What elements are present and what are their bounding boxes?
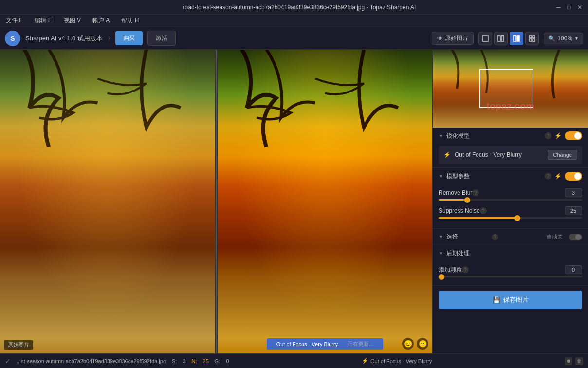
activate-button[interactable]: 激活 <box>147 31 176 46</box>
status-model-info: ⚡ Out of Focus - Very Blurry <box>235 358 559 364</box>
suppress-noise-label: Suppress Noise <box>439 207 480 214</box>
select-header[interactable]: ▼ 选择 ? 自动关 <box>433 229 588 245</box>
select-title: 选择 <box>446 233 489 241</box>
image-area: 原始图片 Out of Focus - Ver <box>0 50 432 353</box>
original-image: 原始图片 <box>0 50 215 353</box>
params-help-icon[interactable]: ? <box>545 173 551 180</box>
zoom-icon: 🔍 <box>548 35 555 42</box>
sharpen-model-title: 锐化模型 <box>446 132 542 140</box>
menu-account[interactable]: 帐户 A <box>91 16 111 26</box>
grain-help-icon[interactable]: ? <box>462 266 469 273</box>
menu-file[interactable]: 文件 E <box>4 16 25 26</box>
main-content: 原始图片 Out of Focus - Ver <box>0 50 588 353</box>
zoom-control[interactable]: 🔍 100% ▼ <box>544 33 583 44</box>
save-icon: 💾 <box>493 296 500 304</box>
model-status-label: Out of Focus - Very Blurry <box>276 341 338 347</box>
status-n-value: 25 <box>203 358 209 364</box>
status-s-value: 3 <box>183 358 185 364</box>
params-collapse-icon: ▼ <box>439 174 443 179</box>
model-params-title: 模型参数 <box>446 172 542 181</box>
remove-blur-slider-track <box>439 199 582 201</box>
select-help-icon[interactable]: ? <box>492 234 498 240</box>
post-process-title: 后期处理 <box>446 249 582 258</box>
auto-off-label: 自动关 <box>547 233 563 240</box>
grain-value[interactable] <box>565 265 582 274</box>
grain-slider-thumb[interactable] <box>439 274 444 280</box>
original-label: 原始图片 <box>4 340 33 350</box>
processed-image-panel: Out of Focus - Very Blurry 正在更新... 😊 😐 <box>218 50 432 353</box>
svg-rect-8 <box>533 39 535 41</box>
grain-label: 添加颗粒 <box>439 266 462 274</box>
menu-view[interactable]: 视图 V <box>62 16 83 26</box>
status-n-label: N: <box>192 358 197 364</box>
right-panel: topaz.com ▼ 锐化模型 ? ⚡ ⚡ Out of Focus - Ve… <box>432 50 588 353</box>
maximize-button[interactable]: □ <box>566 4 572 11</box>
model-params-toggle[interactable] <box>565 172 582 181</box>
close-button[interactable]: ✕ <box>576 4 583 11</box>
title-bar: road-forest-season-autumn-acb7a2b0419ad3… <box>0 0 588 15</box>
minimize-button[interactable]: ─ <box>555 4 562 11</box>
window-controls: ─ □ ✕ <box>555 4 583 11</box>
suppress-noise-slider-thumb[interactable] <box>514 215 520 221</box>
watermark-text: topaz.com <box>486 101 534 112</box>
view-single-button[interactable] <box>478 32 492 45</box>
post-process-header[interactable]: ▼ 后期处理 <box>433 245 588 261</box>
grain-param: 添加颗粒 ? <box>439 265 582 277</box>
suppress-noise-help-icon[interactable]: ? <box>480 207 487 214</box>
buy-button[interactable]: 购买 <box>115 31 143 45</box>
save-image-button[interactable]: 💾 保存图片 <box>439 291 582 309</box>
status-action-icons: ⏺ 🗑 <box>565 357 583 365</box>
post-collapse-icon: ▼ <box>439 251 443 256</box>
remove-blur-help-icon[interactable]: ? <box>472 189 479 196</box>
svg-rect-3 <box>514 36 516 41</box>
feedback-buttons: 😊 😐 <box>402 338 428 350</box>
original-image-panel: 原始图片 <box>0 50 215 353</box>
model-display: ⚡ Out of Focus - Very Blurry Change <box>439 146 582 164</box>
sharpen-model-toggle[interactable] <box>565 131 582 140</box>
remove-blur-value[interactable] <box>565 188 582 197</box>
remove-blur-slider-thumb[interactable] <box>464 197 470 203</box>
sharpen-help-icon[interactable]: ? <box>545 132 551 139</box>
status-s-label: S: <box>172 358 177 364</box>
sharpen-model-header[interactable]: ▼ 锐化模型 ? ⚡ <box>433 128 588 144</box>
view-grid-button[interactable] <box>525 32 539 45</box>
select-section: ▼ 选择 ? 自动关 <box>433 229 588 245</box>
post-process-section: ▼ 后期处理 添加颗粒 ? <box>433 245 588 286</box>
change-model-button[interactable]: Change <box>548 150 577 160</box>
processed-bottom-bar: Out of Focus - Very Blurry 正在更新... <box>218 338 432 350</box>
svg-rect-2 <box>501 36 504 41</box>
view-original-button[interactable]: 👁 原始图片 <box>432 32 474 45</box>
delete-status-icon[interactable]: 🗑 <box>575 357 583 365</box>
menu-help[interactable]: 帮助 H <box>119 16 141 26</box>
status-filename: ...st-season-autumn-acb7a2b0419ad339e383… <box>17 358 166 364</box>
record-status-icon[interactable]: ⏺ <box>565 357 572 365</box>
suppress-noise-param: Suppress Noise ? <box>439 206 582 219</box>
suppress-noise-slider-track <box>439 217 582 219</box>
sharpen-lightning-icon: ⚡ <box>554 132 562 139</box>
suppress-noise-value[interactable] <box>565 206 582 215</box>
svg-rect-0 <box>482 36 488 41</box>
select-collapse-icon: ▼ <box>439 234 443 239</box>
menu-bar: 文件 E 编辑 E 视图 V 帐户 A 帮助 H <box>0 15 588 27</box>
menu-edit[interactable]: 编辑 E <box>33 16 54 26</box>
app-name: Sharpen AI v4.1.0 试用版本 <box>25 34 103 43</box>
model-params-header[interactable]: ▼ 模型参数 ? ⚡ <box>433 168 588 184</box>
sharpen-model-section: ▼ 锐化模型 ? ⚡ ⚡ Out of Focus - Very Blurry … <box>433 128 588 168</box>
sharpen-collapse-icon: ▼ <box>439 133 443 139</box>
help-icon[interactable]: ? <box>108 36 110 41</box>
svg-rect-4 <box>517 36 519 41</box>
toolbar: S Sharpen AI v4.1.0 试用版本 ? 购买 激活 👁 原始图片 … <box>0 27 588 50</box>
preview-thumbnail: topaz.com <box>433 50 588 128</box>
model-lightning-icon: ⚡ <box>443 151 451 158</box>
view-compare-button[interactable] <box>510 32 523 45</box>
view-split-button[interactable] <box>494 32 508 45</box>
thumbs-up-button[interactable]: 😊 <box>402 338 414 350</box>
status-model-name: Out of Focus - Very Blurry <box>370 358 432 364</box>
post-process-content: 添加颗粒 ? <box>433 261 588 285</box>
svg-rect-1 <box>498 36 500 41</box>
thumbs-down-button[interactable]: 😐 <box>417 338 428 350</box>
select-auto-toggle[interactable] <box>569 234 582 240</box>
remove-blur-label: Remove Blur <box>439 189 472 196</box>
params-content: Remove Blur ? Suppress Noise ? <box>433 184 588 228</box>
remove-blur-param: Remove Blur ? <box>439 188 582 201</box>
